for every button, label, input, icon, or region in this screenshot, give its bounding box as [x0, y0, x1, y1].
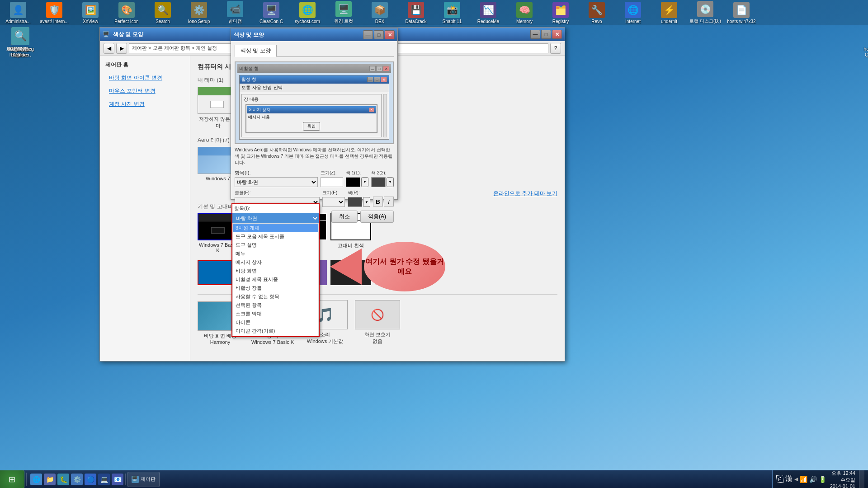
dropdown-item-disabled[interactable]: 사용할 수 없는 항목 — [233, 292, 318, 301]
dropdown-item-tooltip[interactable]: 도구 설명 — [233, 241, 318, 249]
top-icon-iono-setup[interactable]: ⚙️ Iono Setup — [185, 2, 212, 24]
tray-show-desktop[interactable]: 🇦 — [776, 475, 783, 483]
color2-section: 색 2(2): ▼ — [371, 170, 394, 187]
cancel-button[interactable]: 취소 — [331, 211, 358, 223]
color1-dropdown-btn[interactable]: ▼ — [361, 177, 368, 187]
quick-cmd[interactable]: 💻 — [98, 474, 110, 485]
quick-folder[interactable]: 📁 — [44, 474, 56, 485]
thumb-screensaver[interactable]: 🚫 화면 보호기없음 — [355, 300, 400, 345]
top-icon-reduceme[interactable]: 📉 ReduceMe — [475, 2, 502, 24]
tray-network[interactable]: 📶 — [800, 476, 807, 483]
active-close-btn[interactable]: ✕ — [381, 77, 387, 82]
top-icon-underhit[interactable]: ⚡ underhit — [656, 2, 683, 24]
quick-bug[interactable]: 🐛 — [57, 474, 69, 485]
italic-button[interactable]: I — [384, 197, 394, 206]
color2-dropdown-btn[interactable]: ▼ — [387, 177, 394, 187]
desktop-icon-scanmyreg[interactable]: 🔍 ScanMyReg — [5, 27, 36, 52]
dialog-max-button[interactable]: □ — [374, 30, 384, 39]
confirm-button[interactable]: 확인 — [303, 122, 320, 131]
dropdown-header-label: 항목(I): — [232, 204, 319, 213]
top-icon-local-disk-d[interactable]: 💿 로컬 디스크(D:) — [692, 1, 719, 24]
quick-ie[interactable]: 🌐 — [30, 474, 42, 485]
quick-chrome[interactable]: 🔵 — [85, 474, 96, 485]
online-themes-link[interactable]: 온라인으로 추가 테마 보기 — [493, 190, 557, 197]
help-nav-button[interactable]: ? — [550, 43, 561, 54]
sidebar-item-account-photo[interactable]: 계정 사진 변경 — [105, 99, 184, 110]
top-icon-administrator[interactable]: 👤 Administra... — [5, 2, 32, 24]
top-icon-datacrack[interactable]: 💾 DataCrack — [402, 2, 429, 24]
dropdown-item-menu[interactable]: 메뉴 — [233, 249, 318, 258]
show-desktop-button[interactable] — [859, 470, 864, 488]
top-icon-search[interactable]: 🔍 Search — [149, 2, 176, 24]
taskbar-clock[interactable]: 오후 12:44 수요일 2014-01-01 — [828, 470, 857, 488]
top-icon-dex[interactable]: 📦 DEX — [366, 2, 393, 24]
top-icon-bandicam[interactable]: 📹 반디캠 — [222, 1, 249, 24]
top-icon-sychost[interactable]: 🌐 sychost.com — [294, 2, 321, 24]
taskbar-item-controlpanel[interactable]: 🖥️ 제어판 — [127, 472, 160, 487]
dropdown-item-msgbox[interactable]: 메시지 상자 — [233, 258, 318, 267]
top-icon-internet[interactable]: 🌐 Internet — [619, 2, 646, 24]
msg-box: 메시지 상자 ✕ 메시지 내용 확인 — [245, 104, 377, 133]
top-icon-snapit11[interactable]: 📸 SnapIt 11 — [439, 2, 466, 24]
inactive-maximize[interactable]: □ — [376, 66, 382, 71]
dropdown-item-icon-spacing-h[interactable]: 아이콘 간격(가로) — [233, 327, 318, 335]
top-icon-xnview[interactable]: 🖼️ XnView — [77, 2, 104, 24]
tab-use[interactable]: 사용 인입 — [252, 84, 272, 91]
dropdown-item-inactive-title[interactable]: 비활성 제목 표시줄 — [233, 275, 318, 284]
color1-box[interactable] — [346, 177, 360, 187]
tray-power[interactable]: 🔋 — [819, 476, 826, 483]
font-color-dropdown-btn[interactable]: ▼ — [363, 197, 370, 207]
forward-button[interactable]: ▶ — [116, 43, 127, 54]
dropdown-item-desktop[interactable]: 바탕 화면 — [233, 267, 318, 275]
font-color-box[interactable] — [348, 197, 362, 207]
dialog-tab-color[interactable]: 색상 및 모양 — [235, 45, 277, 57]
top-icon-clearconc[interactable]: 🖥️ ClearCon C — [258, 2, 285, 24]
top-icon-avast[interactable]: 🛡️ avast! Intern... — [41, 2, 68, 24]
size-input-1[interactable] — [321, 177, 343, 187]
top-icon-memory[interactable]: 🧠 Memory — [511, 2, 538, 24]
dialog-close-button[interactable]: ✕ — [385, 30, 395, 39]
top-icon-perfect-icon[interactable]: 🎨 Perfect Icon — [113, 2, 140, 24]
tray-lang[interactable]: 漢 — [785, 474, 793, 484]
top-icon-revo[interactable]: 🔧 Revo — [583, 2, 610, 24]
inactive-minimize[interactable]: — — [369, 66, 376, 71]
active-min[interactable]: — — [367, 77, 373, 82]
dropdown-item-icon[interactable]: 아이콘 — [233, 318, 318, 327]
item-dropdown-visible[interactable]: 바탕 화면 — [232, 213, 319, 223]
start-button[interactable]: ⊞ — [0, 470, 24, 488]
font-style-buttons: B I — [373, 197, 394, 206]
dropdown-item-selected[interactable]: 선택된 항목 — [233, 301, 318, 310]
quick-gear[interactable]: ⚙️ — [71, 474, 83, 485]
sidebar-item-icon-change[interactable]: 바탕 화면 아이콘 변경 — [105, 72, 184, 84]
inactive-close[interactable]: ✕ — [383, 66, 389, 71]
quick-email[interactable]: 📧 — [112, 474, 123, 485]
dropdown-item-scrollbar[interactable]: 스크롤 막대 — [233, 310, 318, 318]
apply-button[interactable]: 적용(A) — [360, 211, 394, 223]
color2-box[interactable] — [371, 177, 386, 187]
tab-normal[interactable]: 보통 — [241, 84, 250, 91]
desktop-icon-taskbar-quicklaunch[interactable]: 🚀 TaskBar QuickLaunch — [863, 27, 868, 58]
top-icon-registry[interactable]: 🗂️ Registry — [547, 2, 574, 24]
sidebar-item-mouse-pointer[interactable]: 마우스 포인터 변경 — [105, 85, 184, 97]
dropdown-item-toolbar-title[interactable]: 도구 모음 제목 표시줄 — [233, 232, 318, 241]
dropdown-item-inactive-border[interactable]: 비활성 창틀 — [233, 284, 318, 292]
close-button[interactable]: ✕ — [552, 30, 562, 39]
dialog-min-button[interactable]: — — [363, 30, 373, 39]
tab-select[interactable]: 선택 — [274, 84, 283, 91]
msg-title: 메시지 상자 — [249, 107, 270, 113]
back-button[interactable]: ◀ — [104, 43, 114, 54]
dropdown-item-icon-spacing-v[interactable]: 아이콘 간격(세로) — [233, 335, 318, 336]
msg-close-btn[interactable]: ✕ — [369, 108, 374, 112]
bold-button[interactable]: B — [373, 197, 383, 206]
scrollbar[interactable] — [383, 94, 387, 137]
tray-volume[interactable]: 🔊 — [809, 476, 817, 483]
top-icon-hosts-win7x32[interactable]: 📄 hosts win7x32 — [728, 2, 755, 24]
maximize-button[interactable]: □ — [541, 30, 551, 39]
minimize-button[interactable]: — — [530, 30, 540, 39]
tray-icons[interactable]: ◀ — [794, 476, 798, 482]
active-max[interactable]: □ — [374, 77, 380, 82]
font-size-dropdown[interactable] — [322, 197, 345, 207]
item-dropdown[interactable]: 3차원 개체도구 모음 제목 표시줄도구 설명메뉴메시지 상자바탕 화면비활성 … — [235, 177, 318, 187]
dropdown-item-3d[interactable]: 3차원 개체 — [233, 224, 318, 232]
top-icon-hwangjang[interactable]: 🖥️ 환경 트컷 — [330, 1, 357, 24]
